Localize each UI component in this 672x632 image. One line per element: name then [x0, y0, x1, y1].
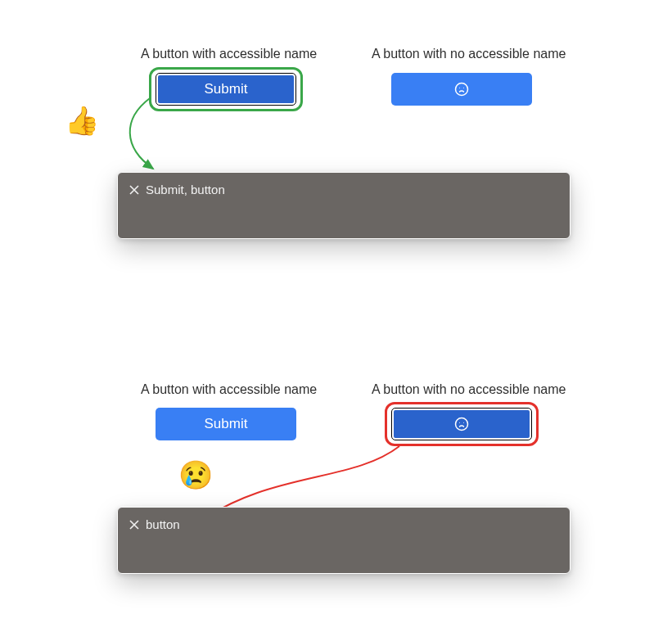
diagram-root: A button with accessible name A button w… [0, 0, 672, 632]
screen-reader-text-bottom: button [146, 517, 180, 531]
close-icon[interactable] [129, 520, 141, 531]
screen-reader-output-bottom: button [117, 507, 571, 574]
